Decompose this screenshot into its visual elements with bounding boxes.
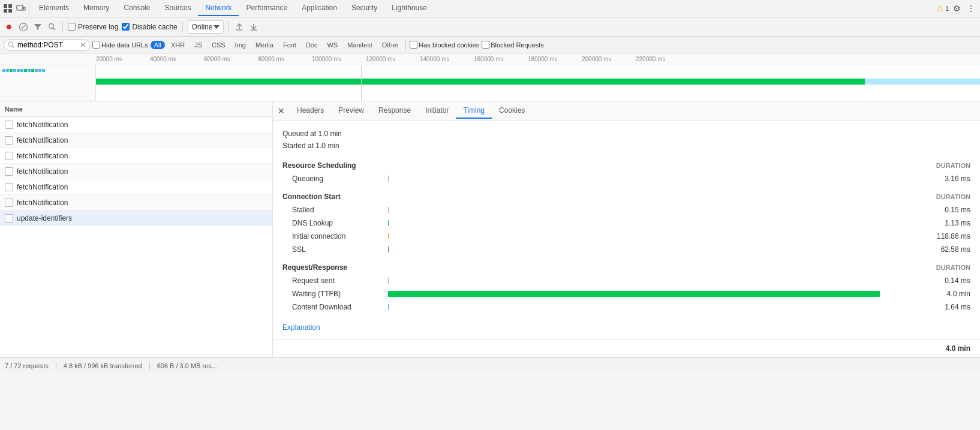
- tab-lighthouse[interactable]: Lighthouse: [384, 1, 434, 16]
- dns-label: DNS Lookup: [292, 219, 388, 227]
- table-row[interactable]: fetchNotification: [0, 195, 272, 211]
- tab-network[interactable]: Network: [198, 1, 239, 16]
- blocked-requests-checkbox[interactable]: [482, 41, 489, 49]
- filter-all-btn[interactable]: All: [151, 41, 165, 49]
- request-list-header: Name: [0, 101, 272, 117]
- tab-bar: const tabsData = JSON.parse(document.get…: [0, 0, 980, 17]
- hide-data-urls-checkbox[interactable]: [92, 41, 100, 49]
- tab-application[interactable]: Application: [294, 1, 344, 16]
- tab-cookies[interactable]: Cookies: [492, 103, 532, 119]
- filter-input[interactable]: [17, 41, 77, 49]
- close-panel-button[interactable]: ✕: [275, 105, 287, 117]
- filter-input-wrap[interactable]: ✕: [4, 39, 90, 51]
- table-row[interactable]: fetchNotification: [0, 117, 272, 133]
- table-row[interactable]: fetchNotification: [0, 164, 272, 179]
- disable-cache-text: Disable cache: [132, 23, 177, 31]
- hide-data-urls-label[interactable]: Hide data URLs: [92, 41, 148, 49]
- preserve-log-label[interactable]: Preserve log: [68, 23, 118, 31]
- filter-clear-icon[interactable]: ✕: [80, 41, 86, 49]
- tab-performance[interactable]: Performance: [239, 1, 294, 16]
- ssl-bar-area: [388, 246, 918, 253]
- row-checkbox[interactable]: [5, 136, 13, 145]
- request-name: fetchNotification: [17, 167, 68, 176]
- tab-console[interactable]: Console: [116, 1, 157, 16]
- initial-connection-bar-area: [388, 233, 918, 240]
- waiting-ttfb-bar: [388, 291, 880, 297]
- filter-font-btn[interactable]: Font: [279, 41, 300, 49]
- resources-size: 606 B / 3.0 MB res...: [157, 362, 217, 369]
- filter-ws-btn[interactable]: WS: [323, 41, 341, 49]
- spark-dot: [24, 69, 27, 72]
- row-checkbox[interactable]: [5, 167, 13, 176]
- row-checkbox[interactable]: [5, 152, 13, 160]
- tab-sources[interactable]: Sources: [157, 1, 198, 16]
- row-checkbox[interactable]: [5, 121, 13, 129]
- row-checkbox[interactable]: [5, 183, 13, 191]
- clear-button[interactable]: [18, 22, 29, 32]
- more-button[interactable]: ⋮: [964, 2, 978, 15]
- explanation-link[interactable]: Explanation: [282, 323, 320, 332]
- preserve-log-checkbox[interactable]: [68, 23, 76, 31]
- settings-button[interactable]: ⚙: [950, 2, 963, 15]
- row-checkbox[interactable]: [5, 199, 13, 207]
- table-row[interactable]: fetchNotification: [0, 148, 272, 164]
- filter-button[interactable]: [32, 22, 43, 32]
- requests-count: 7 / 72 requests: [5, 362, 49, 369]
- timeline-right: [96, 65, 980, 101]
- waiting-ttfb-bar-area: [388, 290, 918, 297]
- filter-manifest-btn[interactable]: Manifest: [344, 41, 376, 49]
- devtools-icon[interactable]: [2, 3, 13, 14]
- tab-headers[interactable]: Headers: [290, 103, 331, 119]
- table-row[interactable]: fetchNotification: [0, 179, 272, 195]
- tab-response[interactable]: Response: [371, 103, 418, 119]
- table-row[interactable]: fetchNotification: [0, 133, 272, 148]
- tab-initiator[interactable]: Initiator: [418, 103, 456, 119]
- has-blocked-cookies-label[interactable]: Has blocked cookies: [410, 41, 479, 49]
- table-row[interactable]: update-identifiers: [0, 211, 272, 226]
- blocked-requests-text: Blocked Requests: [491, 41, 544, 49]
- search-button[interactable]: [47, 22, 58, 32]
- has-blocked-cookies-checkbox[interactable]: [410, 41, 417, 49]
- request-name: fetchNotification: [17, 121, 68, 129]
- tick-10: 200000 ms: [582, 56, 636, 62]
- tab-timing[interactable]: Timing: [456, 103, 492, 119]
- responsive-icon[interactable]: [16, 3, 26, 14]
- record-button[interactable]: ●: [4, 22, 14, 32]
- timing-meta: Queued at 1.0 min Started at 1.0 min: [282, 128, 970, 152]
- svg-line-10: [53, 28, 56, 30]
- dns-bar-area: [388, 219, 918, 227]
- tab-elements[interactable]: Elements: [32, 1, 76, 16]
- total-row: 4.0 min: [273, 339, 980, 357]
- filter-img-btn[interactable]: Img: [232, 41, 249, 49]
- spark-dot: [38, 69, 41, 72]
- ssl-label: SSL: [292, 245, 388, 254]
- connection-start-header: Connection Start DURATION: [282, 193, 970, 201]
- filter-doc-btn[interactable]: Doc: [302, 41, 321, 49]
- filter-js-btn[interactable]: JS: [191, 41, 206, 49]
- filter-media-btn[interactable]: Media: [252, 41, 277, 49]
- filter-xhr-btn[interactable]: XHR: [167, 41, 188, 49]
- upload-button[interactable]: [234, 22, 245, 32]
- waiting-ttfb-label: Waiting (TTFB): [292, 290, 388, 298]
- svg-rect-5: [23, 7, 25, 10]
- online-select[interactable]: Online: [188, 20, 224, 34]
- filter-css-btn[interactable]: CSS: [208, 41, 229, 49]
- timing-content: Queued at 1.0 min Started at 1.0 min Res…: [273, 121, 980, 339]
- tab-memory[interactable]: Memory: [76, 1, 116, 16]
- content-download-label: Content Download: [292, 303, 388, 311]
- disable-cache-label[interactable]: Disable cache: [122, 23, 177, 31]
- tab-security[interactable]: Security: [344, 1, 384, 16]
- request-sent-bar-area: [388, 277, 918, 284]
- svg-rect-2: [4, 9, 7, 13]
- tab-preview[interactable]: Preview: [331, 103, 371, 119]
- status-bar: 7 / 72 requests 4.8 kB / 996 kB transfer…: [0, 357, 980, 373]
- filter-other-btn[interactable]: Other: [378, 41, 402, 49]
- content-download-bar-area: [388, 303, 918, 311]
- ssl-duration: 62.58 ms: [922, 245, 970, 254]
- row-checkbox[interactable]: [5, 214, 13, 222]
- download-button[interactable]: [248, 22, 259, 32]
- detail-panel: ✕ Headers Preview Response Initiator Tim…: [273, 101, 980, 357]
- request-name: update-identifiers: [17, 214, 72, 222]
- blocked-requests-label[interactable]: Blocked Requests: [482, 41, 544, 49]
- disable-cache-checkbox[interactable]: [122, 23, 130, 31]
